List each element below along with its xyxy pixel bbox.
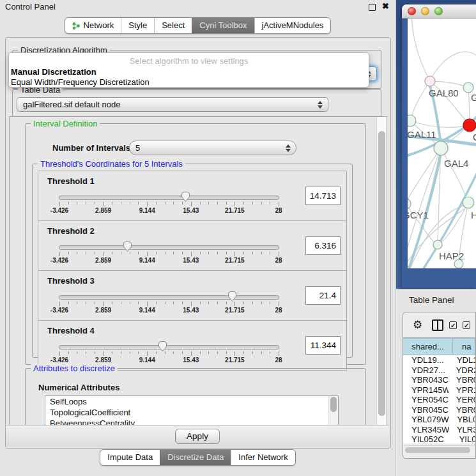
column-header-name[interactable]: na	[452, 338, 475, 355]
dropdown-option[interactable]: Manual Discretization	[9, 67, 369, 77]
gear-icon[interactable]: ⚙	[413, 319, 422, 331]
checkbox-icon[interactable]: ✓	[449, 321, 457, 329]
cell-shared-name[interactable]: YLR345W	[403, 425, 449, 435]
number-of-intervals-label: Number of Intervals	[52, 143, 130, 153]
vertical-scrollbar[interactable]	[376, 117, 387, 445]
threshold-value-field[interactable]: 14.713	[305, 187, 341, 205]
cell-name[interactable]: YBR0	[449, 405, 475, 415]
cell-shared-name[interactable]: YBR045C	[403, 405, 449, 415]
threshold-value-field[interactable]: 11.344	[305, 336, 341, 355]
node-label: C	[473, 132, 476, 142]
cell-name[interactable]: YBR0	[449, 375, 475, 385]
network-node[interactable]	[434, 141, 448, 155]
table-row[interactable]: YDL19...YDL1	[403, 355, 475, 365]
threshold-row: Threshold 2-3.4262.8599.14415.4321.71528…	[38, 220, 347, 271]
apply-button[interactable]: Apply	[175, 429, 220, 444]
attribute-item[interactable]: TopologicalCoefficient	[45, 407, 338, 418]
table-panel-bar: Table Panel	[396, 289, 476, 311]
network-node[interactable]	[433, 240, 442, 249]
interval-definition-group: Interval Definition Number of Intervals …	[25, 123, 366, 365]
threshold-value-field[interactable]: 21.4	[305, 286, 341, 305]
tab-style[interactable]: Style	[121, 18, 154, 33]
settings-scroll-area: Interval Definition Number of Intervals …	[9, 116, 387, 446]
table-row[interactable]: YER054CYER0	[403, 395, 475, 405]
horizontal-scrollbar[interactable]	[404, 445, 475, 454]
table-row[interactable]: YBL079WYBL0	[403, 415, 475, 425]
checkbox-icon[interactable]: ✓	[463, 321, 470, 329]
float-window-icon[interactable]	[369, 4, 376, 11]
table-row[interactable]: YPR145WYPR1	[403, 385, 475, 395]
tick-label: 28	[275, 207, 282, 214]
network-window-titlebar[interactable]	[402, 4, 476, 19]
number-of-intervals-spinner[interactable]: 5	[129, 141, 296, 155]
tick-label: 21.715	[225, 207, 245, 214]
network-node[interactable]	[408, 199, 411, 209]
tick-label: 15.43	[183, 357, 199, 364]
cell-shared-name[interactable]: YDR27...	[403, 365, 449, 376]
network-node[interactable]	[408, 115, 416, 127]
cell-name[interactable]: YDL1	[449, 355, 475, 365]
tab-cyni-toolbox[interactable]: Cyni Toolbox	[192, 18, 254, 33]
tab-label: Style	[128, 20, 147, 31]
scrollbar-thumb[interactable]	[378, 131, 385, 416]
cell-name[interactable]: YDR2	[449, 365, 475, 376]
tab-infer-network[interactable]: Infer Network	[231, 450, 295, 465]
table-body: YDL19...YDL1YDR27...YDR2YBR043CYBR0YPR14…	[403, 355, 475, 443]
column-header-shared-name[interactable]: shared...	[403, 338, 453, 355]
table-data-combo[interactable]: galFiltered.sif default node	[17, 97, 328, 112]
network-node[interactable]	[463, 197, 474, 208]
tab-discretize-data[interactable]: Discretize Data	[160, 450, 231, 465]
cell-shared-name[interactable]: YBR043C	[403, 375, 449, 385]
tab-network[interactable]: Network	[65, 18, 121, 33]
tick-label: 15.43	[183, 207, 199, 214]
slider-track[interactable]	[59, 345, 279, 349]
dropdown-option[interactable]: Equal Width/Frequency Discretization	[9, 77, 369, 88]
cell-name[interactable]: YBL0	[449, 415, 475, 425]
node-label: GAL4	[444, 158, 468, 169]
tick-label: 28	[275, 257, 282, 264]
network-node[interactable]	[463, 119, 476, 132]
tab-jactivemnodules[interactable]: jActiveMNodules	[254, 18, 331, 33]
columns-icon[interactable]	[432, 319, 443, 331]
list-scrollbar-thumb[interactable]	[330, 397, 337, 412]
tick-label: -3.426	[50, 357, 68, 364]
hscrollbar-thumb[interactable]	[405, 447, 470, 453]
cell-name[interactable]: YPR1	[449, 385, 475, 395]
cell-name[interactable]: YIL0	[452, 434, 475, 443]
table-row[interactable]: YLR345WYLR3	[403, 425, 475, 435]
network-node[interactable]	[425, 76, 435, 86]
threshold-value-field[interactable]: 6.316	[305, 236, 341, 255]
cell-shared-name[interactable]: YBL079W	[403, 415, 449, 425]
cell-shared-name[interactable]: YDL19...	[403, 355, 449, 365]
threshold-label: Threshold 3	[47, 276, 95, 286]
close-icon[interactable]: ✖	[382, 1, 389, 11]
table-row[interactable]: YIL052CYIL0	[403, 434, 475, 443]
tick-label: 15.43	[183, 307, 199, 314]
attribute-item[interactable]: SelfLoops	[45, 396, 338, 407]
table-row[interactable]: YDR27...YDR2	[403, 365, 475, 376]
slider-track[interactable]	[59, 245, 279, 250]
tab-select[interactable]: Select	[154, 18, 192, 33]
close-traffic-light[interactable]	[408, 7, 416, 15]
interval-definition-title: Interval Definition	[31, 119, 100, 128]
network-canvas[interactable]: GAL80GACGAL11GAL4GCY1HHAP2	[408, 19, 476, 268]
cell-shared-name[interactable]: YIL052C	[403, 434, 452, 443]
table-row[interactable]: YBR045CYBR0	[403, 405, 475, 415]
cell-name[interactable]: YER0	[449, 395, 475, 405]
zoom-traffic-light[interactable]	[434, 7, 443, 15]
cell-shared-name[interactable]: YER054C	[403, 395, 449, 405]
network-graph: GAL80GACGAL11GAL4GCY1HHAP2	[408, 19, 476, 268]
slider-track[interactable]	[59, 196, 279, 200]
threshold-rows: Threshold 1-3.4262.8599.14415.4321.71528…	[38, 171, 347, 371]
network-node[interactable]	[463, 82, 473, 93]
slider-track[interactable]	[59, 295, 279, 300]
network-node[interactable]	[454, 259, 463, 268]
minimize-traffic-light[interactable]	[421, 7, 429, 15]
thresholds-group: Threshold's Coordinates for 5 Intervals …	[32, 164, 353, 358]
table-row[interactable]: YBR043CYBR0	[403, 375, 475, 385]
tick-label: -3.426	[50, 257, 68, 264]
tab-impute-data[interactable]: Impute Data	[100, 450, 160, 465]
tick-label: 28	[275, 307, 282, 314]
cell-name[interactable]: YLR3	[449, 425, 475, 435]
cell-shared-name[interactable]: YPR145W	[403, 385, 449, 395]
